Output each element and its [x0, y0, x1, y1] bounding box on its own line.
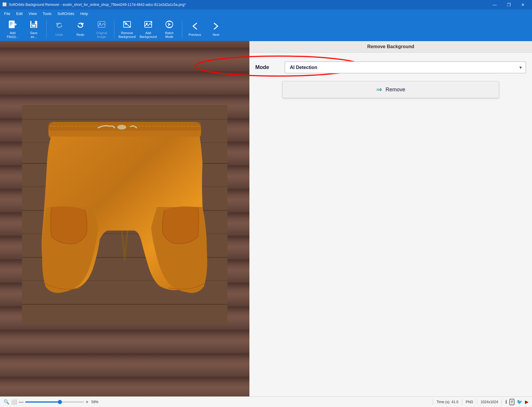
zoom-percent: 59%: [91, 400, 98, 404]
next-icon: [211, 21, 221, 32]
facebook-icon[interactable]: f: [509, 399, 514, 405]
zoom-slider-thumb[interactable]: [58, 400, 62, 404]
mode-section: Mode AI Detection Manual Color ▼: [255, 58, 526, 76]
info-icon[interactable]: ℹ: [505, 399, 507, 405]
svg-point-14: [146, 23, 148, 24]
add-background-label: AddBackground: [140, 31, 157, 39]
menu-help[interactable]: Help: [77, 10, 91, 17]
format-label: PNG: [466, 400, 473, 404]
next-label: Next: [213, 33, 219, 37]
statusbar-left: 🔍 ⬜ — + 59%: [4, 399, 429, 405]
mode-row: Mode AI Detection Manual Color ▼: [255, 58, 526, 76]
redo-label: Redo: [77, 33, 84, 37]
svg-rect-29: [22, 304, 227, 305]
svg-point-32: [117, 125, 126, 130]
statusbar-sep-3: [477, 399, 477, 405]
batch-mode-icon: [165, 20, 174, 31]
panel-title: Remove Background: [367, 44, 414, 49]
close-button[interactable]: ✕: [516, 0, 530, 9]
zoom-info-icon: 🔍: [4, 399, 9, 405]
main-area: Remove Background Mode AI Detection Manu…: [0, 41, 532, 396]
zoom-minus[interactable]: —: [19, 399, 23, 405]
save-as-button[interactable]: Saveas...: [23, 19, 44, 40]
canvas-icon: ⬜: [11, 399, 17, 405]
redo-button[interactable]: Redo: [70, 19, 91, 40]
save-as-label: Saveas...: [30, 31, 37, 39]
zoom-plus[interactable]: +: [86, 399, 88, 405]
right-panel: Remove Background Mode AI Detection Manu…: [249, 41, 532, 396]
menu-file[interactable]: File: [1, 10, 13, 17]
dimensions-label: 1024x1024: [481, 400, 498, 404]
add-files-button[interactable]: AddFile(s)...: [2, 19, 23, 40]
app-icon: ⬜: [2, 2, 7, 7]
time-label: Time (s):: [437, 400, 450, 404]
save-icon: [29, 20, 38, 31]
mode-select-wrapper: AI Detection Manual Color ▼: [285, 61, 526, 73]
window-title: SoftOrbits Background Remover - eustin_s…: [9, 3, 488, 7]
statusbar-right: ℹ f 🐦 ▶: [505, 399, 528, 405]
add-files-icon: [8, 20, 17, 31]
undo-icon: [55, 21, 64, 32]
svg-rect-0: [9, 21, 14, 28]
canvas-area[interactable]: [0, 41, 249, 396]
remove-background-label: RemoveBackground: [119, 31, 136, 39]
remove-btn-label: Remove: [386, 87, 405, 93]
menu-softorbits[interactable]: SoftOrbits: [55, 10, 77, 17]
undo-button[interactable]: Undo: [49, 19, 70, 40]
mode-select[interactable]: AI Detection Manual Color: [285, 61, 526, 73]
window-controls: — ❐ ✕: [488, 0, 530, 9]
add-background-icon: [143, 20, 153, 31]
toolbar-group-bg: RemoveBackground AddBackground: [117, 19, 180, 40]
add-files-label: AddFile(s)...: [7, 31, 18, 39]
svg-rect-5: [31, 21, 35, 24]
statusbar-sep-4: [501, 399, 502, 405]
menu-edit[interactable]: Edit: [13, 10, 26, 17]
original-image-icon: [97, 20, 106, 31]
original-image-button[interactable]: OriginalImage: [91, 19, 112, 40]
remove-background-button[interactable]: RemoveBackground: [117, 19, 137, 40]
twitter-icon[interactable]: 🐦: [517, 399, 523, 405]
toolbar-sep-1: [46, 21, 47, 38]
toolbar-group-nav: Previous Next: [185, 19, 226, 40]
titlebar: ⬜ SoftOrbits Background Remover - eustin…: [0, 0, 532, 9]
maximize-button[interactable]: ❐: [502, 0, 516, 9]
remove-background-icon: [122, 20, 132, 31]
previous-label: Previous: [189, 33, 201, 37]
next-button[interactable]: Next: [206, 19, 226, 40]
remove-arrow-icon: ⇒: [376, 85, 382, 94]
toolbar-sep-3: [182, 21, 182, 38]
batch-mode-button[interactable]: BatchMode: [159, 19, 180, 40]
add-background-button[interactable]: AddBackground: [138, 19, 158, 40]
mode-label: Mode: [255, 64, 279, 70]
panel-content: Mode AI Detection Manual Color ▼ ⇒ Remov…: [249, 53, 532, 104]
menubar: File Edit View Tools SoftOrbits Help: [0, 9, 532, 18]
time-value: 41.0: [452, 400, 458, 404]
svg-rect-21: [22, 119, 227, 120]
batch-mode-label: BatchMode: [165, 31, 173, 39]
zoom-slider-fill: [25, 401, 60, 403]
shorts-image: [22, 104, 227, 324]
time-display: Time (s): 41.0: [437, 400, 458, 404]
toolbar-group-edit: Undo Redo OriginalImage: [49, 19, 112, 40]
minimize-button[interactable]: —: [488, 0, 501, 9]
toolbar-sep-2: [114, 21, 114, 38]
panel-header: Remove Background: [249, 41, 532, 53]
toolbar-group-file: AddFile(s)... Saveas...: [2, 19, 44, 40]
menu-tools[interactable]: Tools: [40, 10, 54, 17]
statusbar: 🔍 ⬜ — + 59% Time (s): 41.0 PNG 1024x1024…: [0, 396, 532, 407]
youtube-icon[interactable]: ▶: [525, 399, 528, 405]
remove-button[interactable]: ⇒ Remove: [282, 81, 499, 98]
statusbar-sep-1: [433, 399, 433, 405]
menu-view[interactable]: View: [26, 10, 40, 17]
svg-rect-20: [22, 104, 227, 105]
statusbar-sep-2: [462, 399, 462, 405]
toolbar: AddFile(s)... Saveas...: [0, 18, 532, 41]
svg-point-9: [99, 23, 101, 24]
previous-button[interactable]: Previous: [185, 19, 205, 40]
svg-rect-7: [32, 25, 36, 27]
previous-icon: [190, 21, 200, 32]
zoom-slider-track[interactable]: [25, 401, 84, 403]
undo-label: Undo: [55, 33, 63, 37]
original-image-label: OriginalImage: [96, 31, 107, 39]
redo-icon: [76, 21, 85, 32]
